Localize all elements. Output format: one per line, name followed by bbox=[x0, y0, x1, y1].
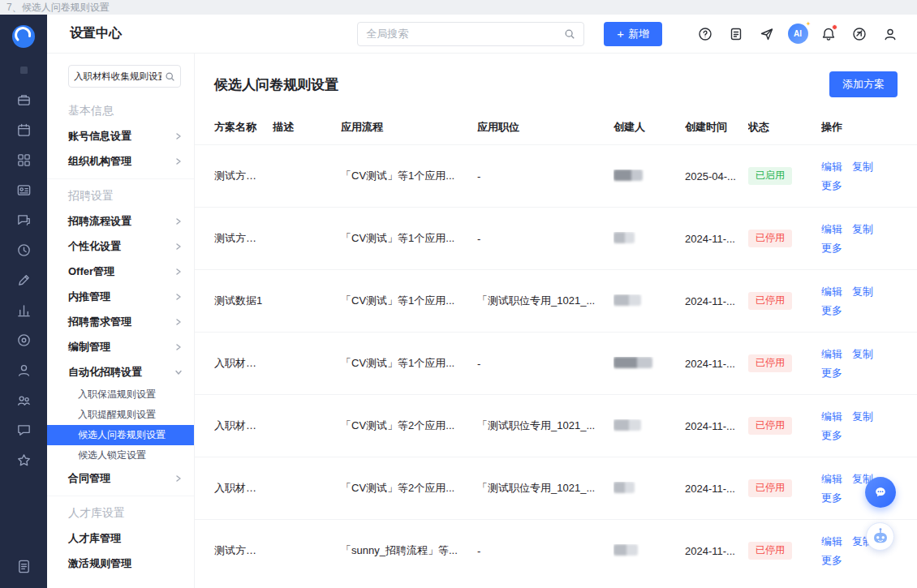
app-logo[interactable] bbox=[10, 23, 37, 50]
item-label: 编制管理 bbox=[68, 340, 110, 354]
more-link[interactable]: 更多 bbox=[821, 554, 842, 566]
user-icon[interactable] bbox=[8, 355, 39, 385]
status-badge: 已停用 bbox=[748, 479, 792, 497]
sidebar-item-headcount-management[interactable]: 编制管理 bbox=[47, 334, 194, 359]
notifications-bell-icon[interactable] bbox=[818, 24, 839, 45]
table-header: 方案名称 描述 应用流程 应用职位 创建人 创建时间 状态 操作 bbox=[195, 110, 917, 144]
table-row: 测试数据1 「CV测试」等1个应用... 「测试职位专用_1021_... 20… bbox=[195, 269, 917, 332]
ai-assistant-icon[interactable]: AI bbox=[787, 24, 808, 45]
team-icon[interactable] bbox=[8, 385, 39, 415]
edit-link[interactable]: 编辑 bbox=[821, 410, 842, 423]
table-row: 入职材料... 「CV测试」等1个应用... - 2024-11-... 已停用… bbox=[195, 332, 917, 394]
sidebar-item-recruit-process[interactable]: 招聘流程设置 bbox=[47, 208, 194, 234]
send-icon[interactable] bbox=[756, 24, 777, 45]
status-badge: 已停用 bbox=[748, 354, 792, 372]
account-avatar-icon[interactable] bbox=[880, 24, 901, 45]
plan-creator bbox=[613, 419, 685, 433]
row-actions: 编辑复制 更多 bbox=[821, 407, 898, 444]
sidebar-item-talent-pool-management[interactable]: 人才库管理 bbox=[47, 526, 194, 551]
new-button[interactable]: + 新增 bbox=[604, 22, 662, 46]
more-link[interactable]: 更多 bbox=[821, 179, 842, 191]
plan-flow: 「CV测试」等1个应用... bbox=[341, 356, 477, 371]
add-plan-button[interactable]: 添加方案 bbox=[829, 71, 898, 97]
plan-position: 「测试职位专用_1021_... bbox=[477, 418, 613, 433]
clock-icon[interactable] bbox=[8, 235, 39, 265]
edit-link[interactable]: 编辑 bbox=[821, 535, 842, 547]
copy-link[interactable]: 复制 bbox=[852, 223, 873, 235]
more-link[interactable]: 更多 bbox=[821, 242, 842, 254]
help-icon[interactable] bbox=[695, 24, 716, 45]
global-search-input[interactable] bbox=[366, 28, 558, 40]
sidebar-section-basic-info: 基本信息 bbox=[47, 96, 194, 123]
chevron-right-icon bbox=[174, 343, 183, 351]
item-label: 内推管理 bbox=[68, 290, 110, 304]
id-card-icon[interactable] bbox=[8, 175, 39, 205]
row-actions: 编辑复制 更多 bbox=[821, 345, 898, 382]
document-icon[interactable] bbox=[8, 552, 39, 582]
edit-link[interactable]: 编辑 bbox=[821, 473, 842, 485]
global-search[interactable] bbox=[357, 22, 584, 46]
bar-chart-icon[interactable] bbox=[8, 295, 39, 325]
row-actions: 编辑复制 更多 bbox=[821, 220, 898, 257]
more-link[interactable]: 更多 bbox=[821, 491, 842, 504]
creator-redacted bbox=[613, 232, 635, 243]
sidebar-subitem-candidate-questionnaire[interactable]: 候选人问卷规则设置 bbox=[47, 425, 194, 445]
sidebar-subitem-candidate-lock[interactable]: 候选人锁定设置 bbox=[47, 445, 194, 466]
sidebar-item-account-settings[interactable]: 账号信息设置 bbox=[47, 123, 194, 148]
plan-flow: 「CV测试」等1个应用... bbox=[341, 231, 477, 246]
more-link[interactable]: 更多 bbox=[821, 429, 842, 441]
sidebar-item-activation-rules[interactable]: 激活规则管理 bbox=[47, 551, 194, 576]
creator-redacted bbox=[613, 419, 641, 431]
sidebar-item-personalization[interactable]: 个性化设置 bbox=[47, 234, 194, 259]
sidebar-item-offer-management[interactable]: Offer管理 bbox=[47, 259, 194, 284]
chevron-right-icon bbox=[174, 293, 183, 301]
pen-icon[interactable] bbox=[8, 265, 39, 295]
calendar-icon[interactable] bbox=[8, 115, 39, 145]
plan-name: 入职材料... bbox=[214, 481, 273, 496]
copy-link[interactable]: 复制 bbox=[852, 348, 873, 360]
customer-service-chat-button[interactable] bbox=[865, 477, 896, 508]
sidebar-subitem-onboarding-warmup[interactable]: 入职保温规则设置 bbox=[47, 384, 194, 405]
copy-link[interactable]: 复制 bbox=[852, 410, 873, 423]
sidebar-item-contract-management[interactable]: 合同管理 bbox=[47, 466, 194, 491]
message-bubbles-icon[interactable] bbox=[8, 205, 39, 235]
sidebar-item-demand-management[interactable]: 招聘需求管理 bbox=[47, 309, 194, 334]
ai-robot-assistant-button[interactable] bbox=[866, 522, 894, 551]
plan-creator bbox=[613, 232, 685, 246]
sidebar-search[interactable] bbox=[68, 65, 181, 88]
briefcase-icon[interactable] bbox=[8, 85, 39, 115]
plan-flow: 「CV测试」等1个应用... bbox=[341, 294, 477, 308]
plan-creator bbox=[613, 170, 685, 183]
sidebar-item-automation-settings[interactable]: 自动化招聘设置 bbox=[47, 359, 194, 384]
plan-creator bbox=[613, 294, 685, 308]
app-title: 设置中心 bbox=[70, 25, 122, 42]
release-notes-icon[interactable] bbox=[725, 24, 747, 45]
plan-status: 已停用 bbox=[748, 417, 821, 435]
target-icon[interactable] bbox=[8, 325, 39, 355]
link-icon[interactable] bbox=[849, 24, 870, 45]
workspace-icon[interactable] bbox=[8, 55, 39, 85]
sidebar-subitem-onboarding-reminder[interactable]: 入职提醒规则设置 bbox=[47, 405, 194, 425]
sidebar-search-input[interactable] bbox=[74, 71, 161, 81]
col-created: 创建时间 bbox=[685, 120, 748, 135]
star-icon[interactable] bbox=[8, 445, 39, 475]
edit-link[interactable]: 编辑 bbox=[821, 285, 842, 298]
more-link[interactable]: 更多 bbox=[821, 304, 842, 316]
more-link[interactable]: 更多 bbox=[821, 367, 842, 379]
chat-icon[interactable] bbox=[8, 415, 39, 445]
new-button-label: 新增 bbox=[628, 27, 649, 41]
item-label: 账号信息设置 bbox=[68, 129, 131, 144]
copy-link[interactable]: 复制 bbox=[852, 161, 873, 173]
main-content: 候选人问卷规则设置 添加方案 方案名称 描述 应用流程 应用职位 创建人 创建时… bbox=[195, 54, 917, 588]
edit-link[interactable]: 编辑 bbox=[821, 223, 842, 235]
apps-grid-icon[interactable] bbox=[8, 145, 39, 175]
sidebar-item-org-management[interactable]: 组织机构管理 bbox=[47, 148, 194, 174]
plan-flow: 「CV测试」等1个应用... bbox=[341, 169, 477, 183]
plan-created: 2024-11-... bbox=[685, 295, 748, 307]
sidebar-item-referral-management[interactable]: 内推管理 bbox=[47, 284, 194, 309]
topbar: 设置中心 + 新增 bbox=[47, 15, 917, 54]
edit-link[interactable]: 编辑 bbox=[821, 348, 842, 360]
topbar-icons: AI bbox=[695, 24, 901, 45]
copy-link[interactable]: 复制 bbox=[852, 285, 873, 298]
edit-link[interactable]: 编辑 bbox=[821, 161, 842, 173]
